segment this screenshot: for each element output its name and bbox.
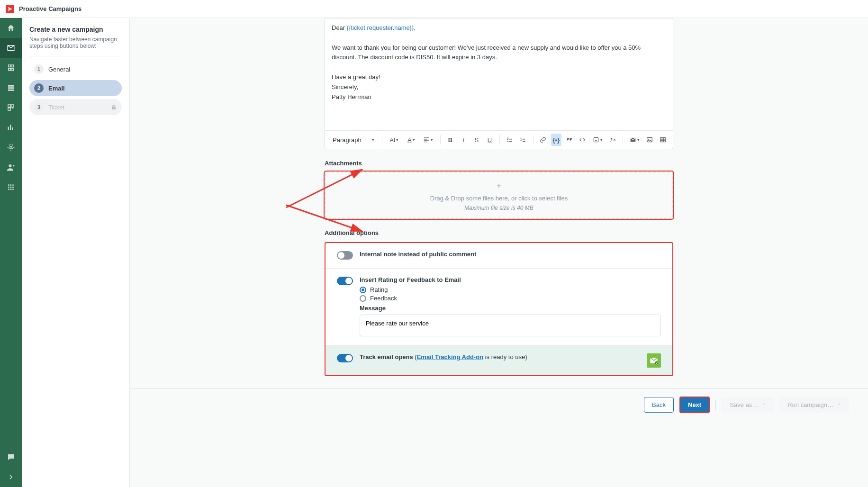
link-button[interactable]: [538, 134, 548, 146]
svg-point-1: [9, 164, 12, 167]
editor-toolbar: Paragraph▾ AI▾ A▾ ▾ B I S U 12 {•}: [325, 130, 673, 149]
svg-rect-21: [660, 138, 666, 142]
svg-point-5: [8, 187, 9, 188]
template-variable: {{ticket.requester.name}}: [347, 24, 414, 31]
radio-rating[interactable]: Rating: [360, 286, 661, 293]
svg-point-8: [8, 189, 9, 190]
attachments-label: Attachments: [325, 160, 673, 167]
svg-point-13: [507, 138, 508, 139]
nav-users[interactable]: [0, 157, 22, 177]
additional-options: Internal note instead of public comment …: [325, 242, 673, 376]
lock-icon: 🔒︎: [111, 104, 117, 111]
nav-rail: [0, 18, 22, 487]
panel-heading: Create a new campaign: [29, 26, 122, 33]
italic-button[interactable]: I: [458, 134, 469, 146]
attachments-dropzone[interactable]: ＋ Drag & Drop some files here, or click …: [325, 171, 673, 219]
save-as-button: Save as…⌃: [722, 397, 774, 413]
ordered-list-button[interactable]: 12: [518, 134, 528, 146]
strike-button[interactable]: S: [471, 134, 482, 146]
main-area: Dear {{ticket.requester.name}}, We want …: [130, 18, 868, 487]
option-internal-note: Internal note instead of public comment: [326, 243, 672, 269]
top-bar: Proactive Campaigns: [0, 0, 868, 18]
svg-point-0: [10, 146, 12, 149]
nav-add[interactable]: [0, 98, 22, 117]
bullet-list-button[interactable]: [505, 134, 515, 146]
tracking-addon-icon: [647, 353, 661, 368]
message-label: Message: [360, 305, 661, 312]
radio-feedback[interactable]: Feedback: [360, 295, 661, 302]
quote-button[interactable]: [564, 134, 575, 146]
svg-point-4: [12, 184, 14, 186]
internal-note-toggle[interactable]: [337, 251, 353, 260]
svg-point-10: [12, 189, 14, 190]
step-ticket: 3 Ticket 🔒︎: [29, 99, 122, 115]
option-track-opens: Track email opens (Email Tracking Add-on…: [326, 346, 672, 375]
back-button[interactable]: Back: [644, 397, 674, 413]
ai-button[interactable]: AI▾: [387, 134, 401, 146]
svg-point-7: [12, 187, 14, 188]
panel-sub: Navigate faster between campaign steps u…: [29, 36, 122, 49]
footer-bar: Back Next Save as…⌃ Run campaign…⌃: [130, 388, 868, 421]
nav-templates[interactable]: [0, 58, 22, 78]
font-color-button[interactable]: A▾: [404, 134, 418, 146]
options-label: Additional options: [325, 229, 673, 236]
app-title: Proactive Campaigns: [19, 5, 81, 12]
email-templates-button[interactable]: ▾: [628, 134, 642, 146]
svg-rect-18: [594, 138, 598, 142]
block-type-select[interactable]: Paragraph▾: [330, 135, 377, 145]
bold-button[interactable]: B: [445, 134, 456, 146]
app-logo: [6, 5, 14, 13]
svg-point-15: [507, 141, 508, 142]
step-general[interactable]: 1 General: [29, 61, 122, 77]
svg-point-6: [10, 187, 12, 188]
plus-icon: ＋: [326, 181, 672, 191]
underline-button[interactable]: U: [485, 134, 495, 146]
svg-point-2: [8, 184, 9, 186]
dropzone-text: Drag & Drop some files here, or click to…: [326, 195, 672, 202]
email-editor: Dear {{ticket.requester.name}}, We want …: [325, 18, 673, 149]
nav-expand[interactable]: [0, 467, 22, 487]
clear-format-button[interactable]: T×: [607, 134, 618, 146]
nav-home[interactable]: [0, 18, 22, 38]
run-campaign-button: Run campaign…⌃: [779, 397, 849, 413]
message-input[interactable]: [360, 315, 661, 336]
nav-email[interactable]: [0, 38, 22, 58]
svg-point-20: [649, 139, 650, 140]
svg-point-9: [10, 189, 12, 190]
dropzone-sub: Maximum file size is 40 MB: [326, 205, 672, 211]
track-opens-toggle[interactable]: [337, 354, 353, 362]
step-email[interactable]: 2 Email: [29, 80, 122, 96]
placeholder-button[interactable]: {•}: [551, 134, 561, 146]
insert-rating-toggle[interactable]: [337, 277, 353, 285]
next-button[interactable]: Next: [679, 397, 710, 413]
radio-icon: [360, 287, 366, 293]
svg-point-3: [10, 184, 12, 186]
email-body[interactable]: Dear {{ticket.requester.name}}, We want …: [325, 18, 673, 130]
align-button[interactable]: ▾: [421, 134, 435, 146]
svg-text:2: 2: [520, 139, 522, 142]
nav-lists[interactable]: [0, 78, 22, 98]
image-button[interactable]: [645, 134, 655, 146]
radio-icon: [360, 295, 366, 302]
nav-apps[interactable]: [0, 177, 22, 197]
nav-analytics[interactable]: [0, 117, 22, 137]
separator: [715, 400, 716, 410]
insert-button[interactable]: ▾: [590, 134, 605, 146]
table-button[interactable]: [658, 134, 668, 146]
nav-chat[interactable]: [0, 447, 22, 467]
nav-settings[interactable]: [0, 137, 22, 157]
divider: [29, 56, 122, 56]
email-tracking-link[interactable]: Email Tracking Add-on: [417, 353, 483, 361]
svg-point-14: [507, 139, 508, 140]
steps-panel: Create a new campaign Navigate faster be…: [22, 18, 130, 487]
code-button[interactable]: [577, 134, 588, 146]
option-insert-rating: Insert Rating or Feedback to Email Ratin…: [326, 269, 672, 346]
